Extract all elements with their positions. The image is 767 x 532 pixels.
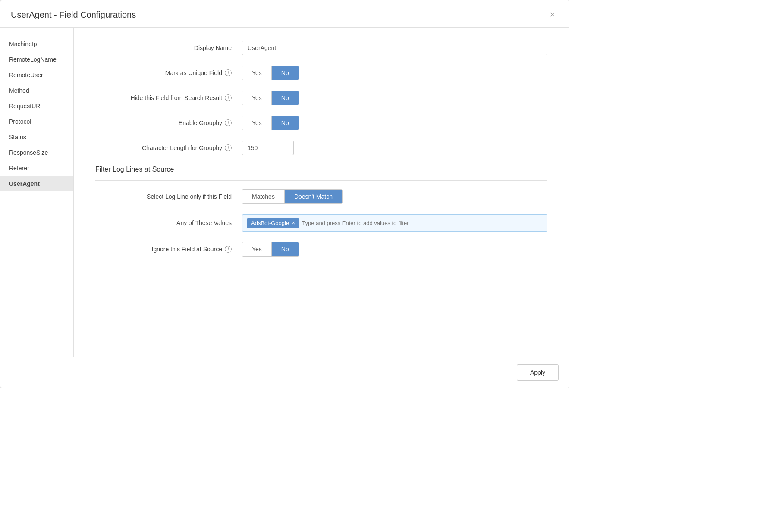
dialog-body: MachineIpRemoteLogNameRemoteUserMethodRe… [0,28,569,357]
mark-unique-toggle-group: Yes No [242,66,299,80]
filter-section-divider: Filter Log Lines at Source [95,166,547,181]
ignore-field-row: Ignore this Field at Source i Yes No [95,242,547,257]
close-button[interactable]: × [546,8,559,21]
hide-field-label: Hide this Field from Search Result i [95,94,242,101]
hide-field-row: Hide this Field from Search Result i Yes… [95,91,547,105]
hide-field-info-icon: i [225,94,232,101]
dialog-footer: Apply [0,357,569,388]
ignore-field-no-button[interactable]: No [272,242,299,256]
sidebar-item-responsesize[interactable]: ResponseSize [0,145,73,160]
sidebar-item-useragent[interactable]: UserAgent [0,176,73,191]
tag-label: AdsBot-Google [251,220,289,226]
tag-remove-button[interactable]: × [292,220,295,226]
dialog: UserAgent - Field Configurations × Machi… [0,0,569,388]
filter-section-title: Filter Log Lines at Source [95,166,174,173]
dialog-header: UserAgent - Field Configurations × [0,0,569,28]
display-name-label: Display Name [95,44,242,51]
sidebar-item-status[interactable]: Status [0,129,73,145]
sidebar: MachineIpRemoteLogNameRemoteUserMethodRe… [0,28,74,357]
apply-button[interactable]: Apply [517,364,559,381]
display-name-input[interactable] [242,41,547,55]
display-name-control [242,41,547,55]
enable-groupby-no-button[interactable]: No [272,116,299,130]
hide-field-yes-button[interactable]: Yes [242,91,272,105]
mark-unique-label: Mark as Unique Field i [95,69,242,76]
matches-button[interactable]: Matches [242,190,285,203]
mark-unique-no-button[interactable]: No [272,66,299,80]
ignore-field-label: Ignore this Field at Source i [95,246,242,253]
any-values-row: Any of These Values AdsBot-Google × [95,214,547,232]
mark-unique-control: Yes No [242,66,547,80]
enable-groupby-control: Yes No [242,116,547,130]
divider-line [95,180,547,181]
char-length-row: Character Length for Groupby i [95,141,547,155]
ignore-field-control: Yes No [242,242,547,257]
sidebar-item-method[interactable]: Method [0,83,73,98]
filter-section-header: Filter Log Lines at Source [95,166,547,178]
ignore-field-yes-button[interactable]: Yes [242,242,272,256]
any-values-control: AdsBot-Google × [242,214,547,232]
tag-adsbot-google: AdsBot-Google × [247,218,299,228]
mark-unique-yes-button[interactable]: Yes [242,66,272,80]
enable-groupby-label: Enable Groupby i [95,119,242,126]
sidebar-item-remoteuser[interactable]: RemoteUser [0,67,73,83]
display-name-row: Display Name [95,41,547,55]
ignore-field-info-icon: i [225,246,232,253]
sidebar-item-requesturi[interactable]: RequestURI [0,98,73,114]
dialog-title: UserAgent - Field Configurations [11,10,136,20]
enable-groupby-yes-button[interactable]: Yes [242,116,272,130]
select-log-line-row: Select Log Line only if this Field Match… [95,189,547,204]
tag-input-container[interactable]: AdsBot-Google × [242,214,547,232]
ignore-field-toggle-group: Yes No [242,242,299,257]
char-length-label: Character Length for Groupby i [95,144,242,151]
mark-unique-row: Mark as Unique Field i Yes No [95,66,547,80]
char-length-control [242,141,547,155]
sidebar-item-protocol[interactable]: Protocol [0,114,73,129]
enable-groupby-row: Enable Groupby i Yes No [95,116,547,130]
hide-field-control: Yes No [242,91,547,105]
select-log-line-control: Matches Doesn't Match [242,189,547,204]
enable-groupby-info-icon: i [225,119,232,126]
main-content: Display Name Mark as Unique Field i Yes … [74,28,569,357]
mark-unique-info-icon: i [225,69,232,76]
sidebar-item-machineip[interactable]: MachineIp [0,36,73,52]
char-length-info-icon: i [225,144,232,151]
hide-field-toggle-group: Yes No [242,91,299,105]
sidebar-item-remotelogname[interactable]: RemoteLogName [0,52,73,67]
tag-text-input[interactable] [302,220,543,226]
select-log-line-label: Select Log Line only if this Field [95,193,242,200]
matches-toggle-group: Matches Doesn't Match [242,189,343,204]
any-values-label: Any of These Values [95,219,242,226]
enable-groupby-toggle-group: Yes No [242,116,299,130]
sidebar-item-referer[interactable]: Referer [0,160,73,176]
hide-field-no-button[interactable]: No [272,91,299,105]
char-length-input[interactable] [242,141,294,155]
doesnt-match-button[interactable]: Doesn't Match [285,190,342,203]
